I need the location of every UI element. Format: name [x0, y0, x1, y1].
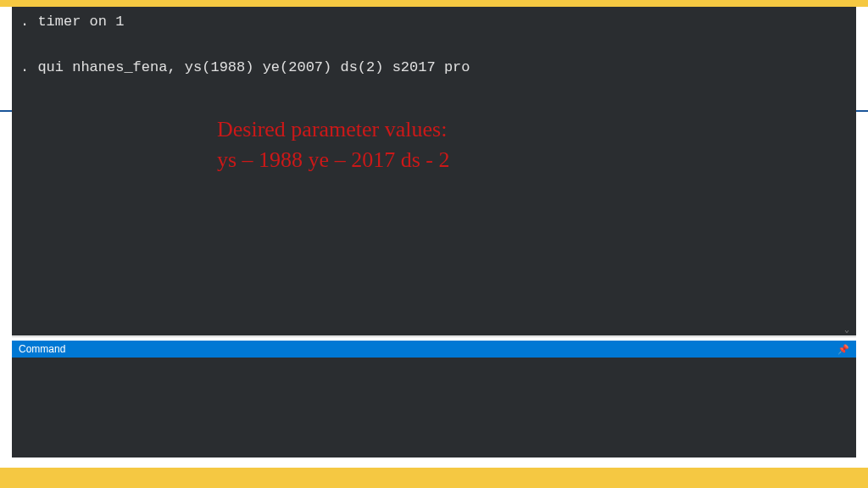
output-line [20, 33, 848, 56]
pin-icon[interactable]: 📌 [837, 344, 849, 355]
panel-separator [12, 336, 856, 337]
scroll-down-indicator[interactable]: ⌄ [844, 324, 854, 334]
annotation-line: ys – 1988 ye – 2017 ds - 2 [217, 145, 449, 175]
output-line: . timer on 1 [20, 10, 848, 33]
command-panel-title: Command [19, 343, 65, 355]
annotation-line: Desired parameter values: [217, 114, 449, 145]
command-panel-header[interactable]: Command 📌 [12, 341, 856, 358]
bottom-inner-spacer [0, 458, 868, 468]
output-line: . qui nhanes_fena, ys(1988) ye(2007) ds(… [20, 56, 848, 79]
annotation-overlay: Desired parameter values: ys – 1988 ye –… [217, 114, 449, 176]
top-accent-bar [0, 0, 868, 7]
bottom-accent-bar [0, 468, 868, 488]
command-input[interactable] [12, 358, 856, 458]
